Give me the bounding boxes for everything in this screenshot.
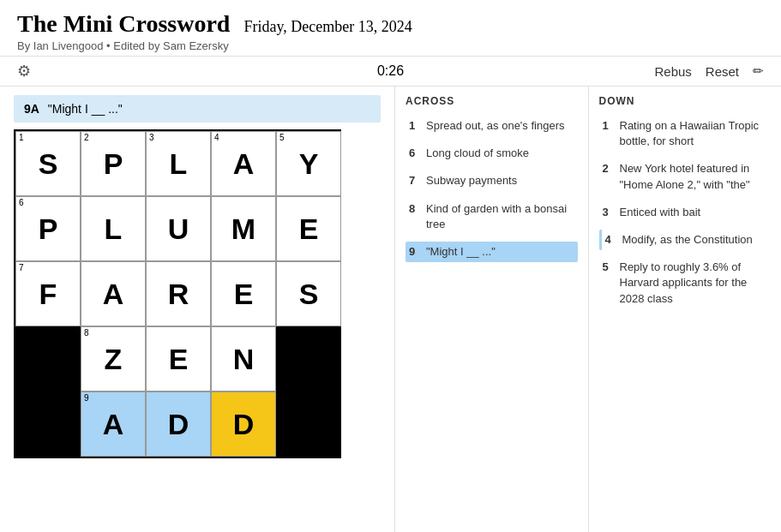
grid-cell[interactable]: S: [276, 261, 341, 326]
grid-cell[interactable]: E: [146, 326, 211, 392]
clue-number: 5: [603, 260, 615, 307]
grid-cell[interactable]: 9A: [81, 392, 146, 457]
clue-number: 6: [409, 146, 421, 161]
down-title: DOWN: [599, 95, 772, 107]
crossword-grid: 1S2P3L4A5Y6PLUME7FARES8ZEN9ADD: [14, 129, 341, 458]
clue-number: 1: [409, 118, 421, 134]
clue-text: Spread out, as one's fingers: [426, 118, 574, 134]
reset-button[interactable]: Reset: [706, 64, 739, 79]
down-clue-item[interactable]: 2New York hotel featured in "Home Alone …: [599, 158, 772, 194]
grid-cell[interactable]: A: [81, 261, 146, 326]
grid-cell[interactable]: [15, 326, 81, 392]
grid-cell[interactable]: E: [276, 196, 341, 261]
hint-text: "Might I __ ...": [48, 102, 123, 116]
down-clues-panel: DOWN 1Rating on a Hawaiian Tropic bottle…: [589, 87, 782, 532]
clue-text: "Might I __ ...": [426, 244, 574, 260]
grid-cell[interactable]: 1S: [15, 131, 81, 196]
clue-text: New York hotel featured in "Home Alone 2…: [620, 161, 768, 192]
clue-text: Rating on a Hawaiian Tropic bottle, for …: [620, 118, 768, 149]
grid-cell[interactable]: 6P: [15, 196, 81, 261]
grid-cell[interactable]: 2P: [81, 131, 146, 196]
cell-number: 8: [84, 329, 89, 338]
cell-number: 5: [279, 134, 285, 142]
clue-text: Long cloud of smoke: [426, 146, 574, 161]
across-clues-panel: ACROSS 1Spread out, as one's fingers6Lon…: [395, 87, 589, 532]
cell-number: 4: [214, 134, 219, 142]
clue-number: 1: [603, 118, 615, 149]
across-clue-item[interactable]: 7Subway payments: [406, 170, 578, 191]
grid-cell[interactable]: D: [146, 392, 211, 457]
clue-number: 4: [605, 232, 617, 248]
clue-text: Reply to roughly 3.6% of Harvard applica…: [620, 260, 768, 307]
grid-cell[interactable]: 7F: [15, 261, 81, 326]
down-clue-item[interactable]: 1Rating on a Hawaiian Tropic bottle, for…: [599, 116, 772, 152]
cell-number: 6: [19, 199, 24, 207]
grid-cell[interactable]: L: [81, 196, 146, 261]
grid-cell[interactable]: R: [146, 261, 211, 326]
clue-number: 9: [409, 244, 421, 260]
byline-label: By Ian Livengood • Edited by Sam Ezersky: [17, 39, 764, 52]
date-label: Friday, December 13, 2024: [243, 18, 412, 35]
cell-number: 7: [19, 264, 24, 272]
grid-cell[interactable]: [276, 326, 341, 392]
grid-cell[interactable]: N: [211, 326, 276, 392]
settings-button[interactable]: ⚙: [17, 62, 31, 81]
across-clue-item[interactable]: 9"Might I __ ...": [406, 242, 578, 262]
down-clue-item[interactable]: 4Modify, as the Constitution: [599, 230, 772, 250]
clue-text: Modify, as the Constitution: [622, 232, 768, 248]
grid-cell[interactable]: U: [146, 196, 211, 261]
across-title: ACROSS: [406, 95, 578, 107]
cell-number: 1: [19, 134, 24, 142]
grid-cell[interactable]: E: [211, 261, 276, 326]
clue-number: 8: [409, 201, 421, 232]
cell-number: 9: [84, 394, 89, 403]
hint-number: 9A: [24, 102, 39, 116]
pencil-button[interactable]: ✏: [753, 63, 764, 79]
grid-cell[interactable]: [276, 392, 341, 457]
cell-number: 2: [84, 134, 89, 142]
active-clue-hint: 9A "Might I __ ...": [14, 95, 381, 123]
across-clue-item[interactable]: 8Kind of garden with a bonsai tree: [406, 199, 578, 235]
across-clue-item[interactable]: 1Spread out, as one's fingers: [406, 116, 578, 136]
grid-cell[interactable]: [15, 392, 81, 457]
down-clue-item[interactable]: 3Enticed with bait: [599, 202, 772, 223]
cell-number: 3: [149, 134, 154, 142]
timer-display: 0:26: [377, 63, 404, 79]
clue-text: Kind of garden with a bonsai tree: [426, 201, 574, 232]
page-title: The Mini Crossword: [17, 10, 230, 37]
grid-cell[interactable]: 3L: [146, 131, 211, 196]
rebus-button[interactable]: Rebus: [654, 64, 691, 79]
grid-cell[interactable]: M: [211, 196, 276, 261]
clue-text: Enticed with bait: [620, 205, 768, 220]
clue-number: 7: [409, 173, 421, 188]
down-clue-item[interactable]: 5Reply to roughly 3.6% of Harvard applic…: [599, 257, 772, 309]
grid-cell[interactable]: D: [211, 392, 276, 457]
grid-cell[interactable]: 5Y: [276, 131, 341, 196]
grid-cell[interactable]: 4A: [211, 131, 276, 196]
clue-number: 3: [603, 205, 615, 220]
grid-cell[interactable]: 8Z: [81, 326, 146, 392]
clue-text: Subway payments: [426, 173, 574, 188]
across-clue-item[interactable]: 6Long cloud of smoke: [406, 143, 578, 164]
clue-number: 2: [603, 161, 615, 192]
